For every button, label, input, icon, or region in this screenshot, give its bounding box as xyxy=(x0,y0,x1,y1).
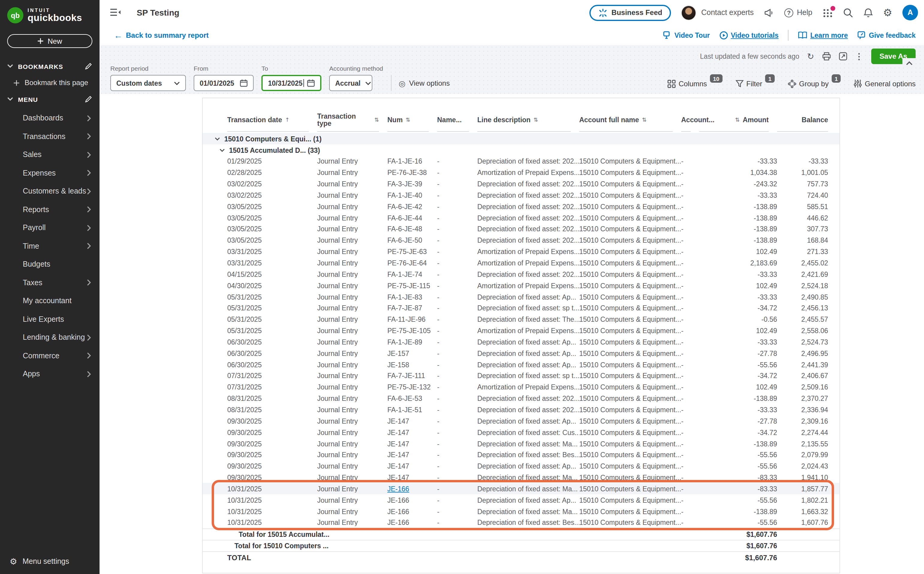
sidebar-item[interactable]: Budgets xyxy=(0,255,100,273)
table-row[interactable]: 09/30/2025 Journal Entry JE-147 - Deprec… xyxy=(203,416,839,427)
give-feedback-link[interactable]: Give feedback xyxy=(858,31,916,39)
calendar-icon[interactable] xyxy=(240,79,248,87)
bookmarks-section-header[interactable]: BOOKMARKS xyxy=(7,62,92,70)
group-by-button[interactable]: Group by 1 xyxy=(788,79,841,88)
table-row[interactable]: 06/30/2025 Journal Entry JE-158 - Deprec… xyxy=(203,359,839,370)
to-date-input[interactable]: 10/31/2025 xyxy=(261,75,321,91)
table-row[interactable]: 09/30/2025 Journal Entry JE-147 - Deprec… xyxy=(203,427,839,438)
table-row[interactable]: 03/05/2025 Journal Entry FA-6-JE-50 - De… xyxy=(203,235,839,246)
refresh-icon[interactable]: ↻ xyxy=(807,52,814,60)
sidebar-item[interactable]: Apps xyxy=(0,365,100,383)
table-row[interactable]: 03/05/2025 Journal Entry FA-6-JE-44 - De… xyxy=(203,212,839,224)
table-row[interactable]: 10/31/2025 Journal Entry JE-166 - Deprec… xyxy=(203,517,839,528)
edit-pencil-icon[interactable] xyxy=(85,95,92,103)
sidebar-item[interactable]: Transactions xyxy=(0,127,100,146)
table-row[interactable]: 04/30/2025 Journal Entry PE-75-JE-115 - … xyxy=(203,280,839,292)
table-row[interactable]: 07/31/2025 Journal Entry PE-75-JE-132 - … xyxy=(203,382,839,393)
group-row-15010[interactable]: 15010 Computers & Equi... (1) xyxy=(203,133,839,144)
user-avatar[interactable]: A xyxy=(902,5,918,20)
export-icon[interactable] xyxy=(839,52,847,60)
sidebar-item[interactable]: Expenses xyxy=(0,164,100,182)
contact-experts[interactable]: Contact experts xyxy=(682,5,754,20)
header-balance[interactable]: Balance xyxy=(777,113,828,132)
table-row[interactable]: 09/30/2025 Journal Entry JE-147 - Deprec… xyxy=(203,461,839,472)
table-row[interactable]: 03/31/2025 Journal Entry PE-75-JE-63 - A… xyxy=(203,246,839,258)
header-line-description[interactable]: Line description⇅ xyxy=(477,113,571,132)
sidebar-item[interactable]: Commerce xyxy=(0,347,100,365)
table-row[interactable]: 05/31/2025 Journal Entry FA-7-JE-87 - De… xyxy=(203,303,839,314)
business-feed-button[interactable]: Business Feed xyxy=(589,5,671,20)
table-row[interactable]: 08/31/2025 Journal Entry FA-1-JE-51 - De… xyxy=(203,404,839,416)
table-row[interactable]: 06/30/2025 Journal Entry JE-157 - Deprec… xyxy=(203,348,839,359)
table-row[interactable]: 10/31/2025 Journal Entry JE-166 - Deprec… xyxy=(203,483,839,495)
table-row[interactable]: 08/31/2025 Journal Entry FA-6-JE-53 - De… xyxy=(203,393,839,404)
table-row[interactable]: 09/30/2025 Journal Entry JE-147 - Deprec… xyxy=(203,438,839,449)
new-button[interactable]: New xyxy=(7,34,92,48)
video-tour-link[interactable]: Video Tour xyxy=(663,31,710,39)
menu-settings[interactable]: ⚙ Menu settings xyxy=(0,557,100,574)
table-row[interactable]: 02/28/2025 Journal Entry PE-76-JE-38 - A… xyxy=(203,167,839,178)
bookmark-this-page[interactable]: Bookmark this page xyxy=(13,79,92,87)
sidebar-item[interactable]: Sales xyxy=(0,146,100,164)
collapse-sidebar-icon[interactable] xyxy=(110,8,121,17)
table-row[interactable]: 03/02/2025 Journal Entry FA-3-JE-39 - De… xyxy=(203,178,839,190)
header-account-full-name[interactable]: Account full name⇅ xyxy=(579,113,673,132)
sidebar-item[interactable]: Dashboards xyxy=(0,109,100,127)
header-name[interactable]: Name... xyxy=(437,113,469,132)
header-transaction-type[interactable]: Transaction type⇅ xyxy=(317,113,379,132)
general-options-button[interactable]: General options xyxy=(854,79,916,88)
table-row[interactable]: 09/30/2025 Journal Entry JE-147 - Deprec… xyxy=(203,472,839,483)
sidebar-item[interactable]: My accountant xyxy=(0,292,100,310)
bell-icon[interactable] xyxy=(864,8,873,18)
sidebar-item[interactable]: Taxes xyxy=(0,273,100,292)
learn-more-link[interactable]: Learn more xyxy=(798,31,848,39)
table-row[interactable]: 04/15/2025 Journal Entry FA-1-JE-74 - De… xyxy=(203,269,839,280)
table-row[interactable]: 05/31/2025 Journal Entry PE-75-JE-105 - … xyxy=(203,325,839,336)
video-tutorials-link[interactable]: Video tutorials xyxy=(719,31,778,39)
header-transaction-date[interactable]: Transaction date↑ xyxy=(227,113,309,132)
search-icon[interactable] xyxy=(843,8,853,18)
sidebar-item[interactable]: Live Experts xyxy=(0,310,100,328)
edit-pencil-icon[interactable] xyxy=(85,62,92,70)
table-row[interactable]: 01/29/2025 Journal Entry FA-1-JE-16 - De… xyxy=(203,156,839,167)
calendar-icon[interactable] xyxy=(307,79,315,87)
table-row[interactable]: 10/31/2025 Journal Entry JE-166 - Deprec… xyxy=(203,506,839,517)
table-row[interactable]: 03/31/2025 Journal Entry PE-76-JE-64 - A… xyxy=(203,257,839,269)
filter-button[interactable]: Filter 1 xyxy=(736,79,774,88)
help-button[interactable]: ? Help xyxy=(784,8,812,17)
settings-gear-icon[interactable]: ⚙ xyxy=(883,6,892,19)
table-row[interactable]: 03/02/2025 Journal Entry FA-1-JE-40 - De… xyxy=(203,190,839,201)
sidebar-item[interactable]: Reports xyxy=(0,200,100,219)
header-amount[interactable]: ⇅Amount xyxy=(699,113,769,132)
sidebar-item[interactable]: Lending & banking xyxy=(0,328,100,347)
print-icon[interactable] xyxy=(822,52,831,60)
group-by-count-badge: 1 xyxy=(832,74,841,83)
accounting-method-select[interactable]: Accrual xyxy=(329,75,372,91)
accounting-method-group: Accounting method Accrual xyxy=(329,65,383,91)
table-row[interactable]: 06/30/2025 Journal Entry FA-1-JE-89 - De… xyxy=(203,336,839,348)
group-row-15015[interactable]: 15015 Accumulated D... (33) xyxy=(203,144,839,156)
sidebar-item[interactable]: Time xyxy=(0,237,100,255)
header-account-detail[interactable]: Account... xyxy=(681,113,691,132)
from-date-input[interactable]: 01/01/2025 xyxy=(194,75,254,91)
report-period-select[interactable]: Custom dates xyxy=(110,75,186,91)
view-options-button[interactable]: ◎ View options xyxy=(399,79,450,87)
collapse-header-tab[interactable] xyxy=(902,58,916,68)
table-row[interactable]: 03/05/2025 Journal Entry FA-6-JE-42 - De… xyxy=(203,201,839,213)
table-row[interactable]: 07/31/2025 Journal Entry FA-7-JE-111 - D… xyxy=(203,370,839,382)
sidebar-item[interactable]: Customers & leads xyxy=(0,182,100,200)
table-row[interactable]: 10/31/2025 Journal Entry JE-166 - Deprec… xyxy=(203,495,839,506)
table-row[interactable]: 05/31/2025 Journal Entry FA-11-JE-96 - D… xyxy=(203,314,839,325)
sidebar-item[interactable]: Payroll xyxy=(0,219,100,237)
back-to-summary-link[interactable]: ← Back to summary report xyxy=(114,31,209,39)
apps-grid-icon[interactable] xyxy=(823,8,833,18)
megaphone-icon[interactable] xyxy=(764,8,774,17)
columns-button[interactable]: Columns 10 xyxy=(667,79,722,88)
table-row[interactable]: 05/31/2025 Journal Entry FA-1-JE-83 - De… xyxy=(203,291,839,303)
menu-section-header[interactable]: MENU xyxy=(7,95,92,103)
more-options-kebab[interactable]: ⋮ xyxy=(855,52,863,60)
intuit-wordmark: INTUIT xyxy=(28,8,82,13)
table-row[interactable]: 03/05/2025 Journal Entry FA-6-JE-48 - De… xyxy=(203,224,839,235)
header-num[interactable]: Num⇅ xyxy=(388,113,429,132)
table-row[interactable]: 09/30/2025 Journal Entry JE-147 - Deprec… xyxy=(203,449,839,461)
